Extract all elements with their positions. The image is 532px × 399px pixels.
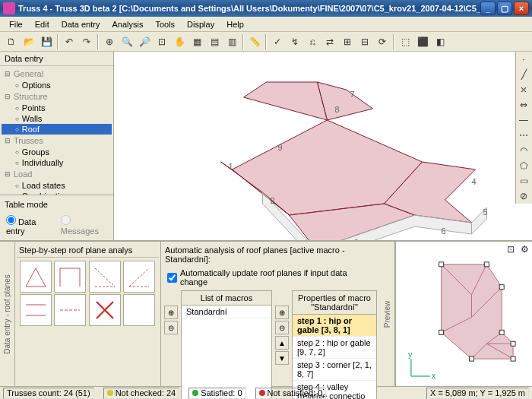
menu-dataentry[interactable]: Data entry bbox=[55, 18, 106, 30]
shape-4[interactable] bbox=[123, 261, 155, 293]
shape-1[interactable] bbox=[20, 261, 52, 293]
vedit-rect-icon[interactable]: ▭ bbox=[516, 173, 531, 188]
svg-text:4: 4 bbox=[472, 177, 477, 186]
render-solid-icon[interactable]: ⬛ bbox=[414, 33, 431, 50]
tree-group-general[interactable]: General bbox=[2, 68, 112, 80]
side-tab-roofplanes[interactable]: Data entry - roof planes bbox=[0, 242, 15, 386]
svg-rect-33 bbox=[484, 262, 489, 267]
zoomin-icon[interactable]: 🔍 bbox=[119, 33, 135, 50]
menu-display[interactable]: Display bbox=[181, 18, 220, 30]
svg-text:1: 1 bbox=[229, 162, 233, 171]
step-row[interactable]: step 3 : corner [2, 1, 8, 7] bbox=[293, 359, 376, 381]
action4-icon[interactable]: ⇄ bbox=[321, 33, 338, 50]
shape-6[interactable] bbox=[54, 294, 86, 326]
zoomfit-icon[interactable]: ⊡ bbox=[154, 33, 170, 50]
svg-text:9: 9 bbox=[278, 143, 283, 152]
view3-icon[interactable]: ▥ bbox=[223, 33, 240, 50]
tree-item-points[interactable]: Points bbox=[2, 103, 112, 113]
macro-item[interactable]: Standardní bbox=[182, 306, 271, 318]
svg-text:8: 8 bbox=[335, 105, 340, 114]
radio-dataentry[interactable]: Data entry bbox=[6, 215, 53, 236]
svg-text:7: 7 bbox=[350, 90, 355, 99]
step-down-button[interactable]: ▼ bbox=[275, 351, 289, 365]
step-add-button[interactable]: ⊕ bbox=[275, 306, 289, 319]
action2-icon[interactable]: ↯ bbox=[287, 33, 303, 50]
open-icon[interactable]: 📂 bbox=[21, 33, 37, 50]
redo-icon[interactable]: ↷ bbox=[78, 33, 95, 50]
preview-zoom-icon[interactable]: ⊡ bbox=[505, 243, 517, 255]
menu-analysis[interactable]: Analysis bbox=[106, 18, 149, 30]
vedit-move-icon[interactable]: ⇔ bbox=[516, 97, 531, 112]
action3-icon[interactable]: ⎌ bbox=[304, 33, 321, 50]
step-row[interactable]: step 1 : hip or gable [3, 8, 1] bbox=[293, 315, 376, 337]
vedit-line-icon[interactable]: ╱ bbox=[516, 67, 531, 82]
svg-text:x: x bbox=[432, 371, 436, 380]
macro-add-button[interactable]: ⊕ bbox=[164, 306, 178, 319]
radio-messages[interactable]: Messages bbox=[61, 215, 107, 236]
preview-opts-icon[interactable]: ⚙ bbox=[518, 243, 530, 255]
step-up-button[interactable]: ▲ bbox=[275, 336, 289, 350]
action7-icon[interactable]: ⟳ bbox=[374, 33, 391, 50]
tree-group-structure[interactable]: Structure bbox=[2, 90, 112, 103]
shape-3[interactable] bbox=[89, 261, 121, 293]
vedit-curve-icon[interactable]: ◠ bbox=[516, 143, 531, 158]
svg-marker-4 bbox=[318, 82, 373, 120]
shape-5[interactable] bbox=[20, 294, 52, 326]
vedit-hline-icon[interactable]: — bbox=[516, 112, 531, 128]
data-entry-tree: General Options Structure Points Walls R… bbox=[0, 66, 113, 195]
zoomwin-icon[interactable]: ⊕ bbox=[101, 33, 118, 50]
menu-file[interactable]: File bbox=[3, 18, 29, 30]
sidebar-header: Data entry bbox=[0, 52, 113, 66]
zoomout-icon[interactable]: 🔎 bbox=[136, 33, 153, 50]
shape-7[interactable] bbox=[89, 294, 121, 326]
svg-text:2: 2 bbox=[271, 196, 275, 205]
minimize-button[interactable]: _ bbox=[480, 2, 496, 15]
measure-icon[interactable]: 📏 bbox=[246, 33, 263, 50]
sidebar: Data entry General Options Structure Poi… bbox=[0, 52, 114, 240]
tree-item-roof[interactable]: Roof bbox=[2, 124, 112, 135]
tree-item-options[interactable]: Options bbox=[2, 80, 112, 90]
save-icon[interactable]: 💾 bbox=[38, 33, 55, 50]
undo-icon[interactable]: ↶ bbox=[61, 33, 78, 50]
side-tab-preview[interactable]: Preview bbox=[380, 242, 395, 386]
tree-group-trusses[interactable]: Trusses bbox=[2, 135, 112, 147]
tree-item-individually[interactable]: Individually bbox=[2, 157, 112, 168]
step-del-button[interactable]: ⊖ bbox=[275, 321, 289, 334]
vedit-poly-icon[interactable]: ⬠ bbox=[516, 158, 531, 173]
vedit-break-icon[interactable]: ⤫ bbox=[516, 82, 531, 97]
tree-group-load[interactable]: Load bbox=[2, 168, 112, 180]
action6-icon[interactable]: ⊟ bbox=[356, 33, 373, 50]
vedit-point-icon[interactable]: · bbox=[516, 52, 531, 67]
app-icon bbox=[3, 2, 15, 14]
new-icon[interactable]: 🗋 bbox=[3, 33, 20, 50]
maximize-button[interactable]: ▢ bbox=[497, 2, 512, 15]
toolbar: 🗋 📂 💾 ↶ ↷ ⊕ 🔍 🔎 ⊡ ✋ ▦ ▤ ▥ 📏 ✓ ↯ ⎌ ⇄ ⊞ ⊟ … bbox=[0, 32, 532, 52]
tree-item-loadstates[interactable]: Load states bbox=[2, 180, 112, 191]
render-shade-icon[interactable]: ◧ bbox=[432, 33, 448, 50]
vedit-dot-icon[interactable]: ⋯ bbox=[516, 128, 531, 143]
status-notchecked: Not checked: 24 bbox=[103, 388, 180, 399]
auto-update-label: Automatically update roof planes if inpu… bbox=[180, 268, 374, 287]
render-wire-icon[interactable]: ⬚ bbox=[397, 33, 413, 50]
menu-edit[interactable]: Edit bbox=[29, 18, 55, 30]
step-row[interactable]: step 2 : hip or gable [9, 7, 2] bbox=[293, 337, 376, 359]
menu-tools[interactable]: Tools bbox=[149, 18, 181, 30]
auto-update-checkbox[interactable] bbox=[167, 273, 177, 283]
tree-item-groups[interactable]: Groups bbox=[2, 147, 112, 157]
shape-8[interactable] bbox=[123, 294, 155, 326]
pan-icon[interactable]: ✋ bbox=[171, 33, 188, 50]
vedit-hide-icon[interactable]: ⊘ bbox=[516, 188, 531, 204]
shape-2[interactable] bbox=[54, 261, 86, 293]
macro-del-button[interactable]: ⊖ bbox=[164, 321, 178, 334]
close-button[interactable]: × bbox=[514, 2, 529, 15]
action5-icon[interactable]: ⊞ bbox=[339, 33, 356, 50]
3d-viewport[interactable]: 9 8 7 1 2 3 4 5 6 · ╱ ⤫ ⇔ — ⋯ ◠ ⬠ ▭ ⊘ bbox=[114, 52, 532, 240]
tree-item-walls[interactable]: Walls bbox=[2, 113, 112, 124]
view2-icon[interactable]: ▤ bbox=[206, 33, 223, 50]
svg-rect-38 bbox=[469, 356, 473, 361]
titlebar: Truss 4 - Truss 3D beta 2 [C:\Documents … bbox=[0, 0, 532, 17]
view1-icon[interactable]: ▦ bbox=[188, 33, 205, 50]
preview-panel[interactable]: xy ⊡ ⚙ bbox=[395, 242, 532, 386]
action1-icon[interactable]: ✓ bbox=[269, 33, 286, 50]
menu-help[interactable]: Help bbox=[220, 18, 250, 30]
